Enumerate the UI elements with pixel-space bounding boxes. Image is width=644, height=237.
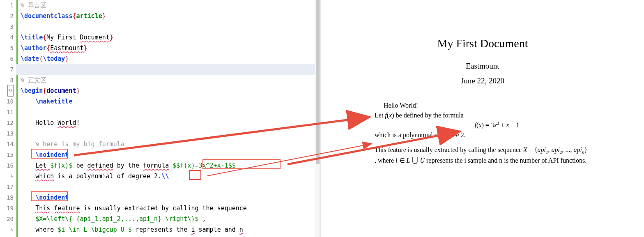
annotation-box-linebreak — [189, 170, 201, 180]
code-line[interactable] — [21, 64, 321, 75]
code-line[interactable]: \documentclass{article} — [21, 11, 321, 21]
code-line[interactable]: $X=\left\{ {api_1,api_2,...,api_n} \righ… — [21, 214, 321, 224]
line-number: 5 — [0, 43, 16, 53]
annotation-box-noindent-2 — [31, 191, 68, 201]
line-number: 9 — [0, 85, 16, 96]
line-number: 18 — [0, 192, 16, 203]
line-number: 17 — [0, 182, 16, 192]
code-line[interactable]: \maketitle — [21, 96, 321, 107]
code-line[interactable] — [21, 128, 321, 139]
doc-date: June 22, 2020 — [334, 76, 632, 85]
annotation-box-displaymath — [202, 159, 281, 169]
wrap-icon: ↳ — [0, 224, 16, 235]
code-line[interactable] — [21, 21, 321, 32]
line-number: 20 — [0, 214, 16, 224]
code-line[interactable]: \title{My First Document} — [21, 32, 321, 43]
code-line[interactable]: Hello World! — [21, 117, 321, 128]
line-number: 14 — [0, 139, 16, 150]
annotation-box-noindent-1 — [31, 149, 68, 159]
line-number: 13 — [0, 128, 16, 139]
line-number: 21 — [0, 235, 16, 237]
code-line[interactable]: \date{\today} — [21, 53, 321, 64]
display-formula: f(x) = 3x2 + x − 1 — [375, 120, 619, 130]
code-line[interactable]: % 正文区 — [21, 75, 321, 85]
code-line[interactable]: where $i \in L \bigcup U $ represents th… — [21, 224, 321, 235]
code-line[interactable]: is the number of API functions. — [21, 235, 321, 237]
doc-title: My First Document — [334, 37, 632, 50]
line-number: 16 — [0, 160, 16, 171]
let-paragraph: Let f(x) be defined by the formula — [375, 111, 619, 120]
code-line[interactable]: \author{Eastmount} — [21, 43, 321, 53]
line-number: 2 — [0, 11, 16, 21]
code-line[interactable]: This feature is usually extracted by cal… — [21, 203, 321, 214]
line-gutter: 1 2 3 4 5 6 7 8 9 10 11 12 13 14 15 16 ↳… — [0, 0, 16, 237]
line-number: 19 — [0, 203, 16, 214]
rendered-document: My First Document Eastmount June 22, 202… — [321, 0, 644, 237]
feature-paragraph: This feature is usually extracted by cal… — [375, 145, 619, 165]
code-line[interactable]: which is a polynomial of degree 2.\\ — [21, 171, 321, 182]
line-number: 12 — [0, 117, 16, 128]
code-line[interactable]: \begin{document} — [21, 85, 321, 96]
line-number: 11 — [0, 107, 16, 117]
doc-author: Eastmount — [334, 62, 632, 71]
poly-paragraph: which is a polynomial of degree 2. — [375, 131, 619, 140]
line-number: 8 — [0, 75, 16, 85]
code-area[interactable]: % 导言区 \documentclass{article} \title{My … — [16, 0, 321, 237]
code-line[interactable]: % here is my big formula — [21, 139, 321, 150]
line-number: 4 — [0, 32, 16, 43]
line-number: 6 — [0, 53, 16, 64]
doc-body: Hello World! Let f(x) be defined by the … — [375, 101, 619, 165]
line-number: 10 — [0, 96, 16, 107]
line-number: 7 — [0, 64, 16, 75]
line-number: 15 — [0, 150, 16, 160]
code-line[interactable]: % 导言区 — [21, 0, 321, 11]
wrap-icon: ↳ — [0, 171, 16, 182]
code-line[interactable] — [21, 107, 321, 117]
hello-paragraph: Hello World! — [375, 101, 619, 110]
code-editor[interactable]: 1 2 3 4 5 6 7 8 9 10 11 12 13 14 15 16 ↳… — [0, 0, 321, 237]
line-number: 3 — [0, 21, 16, 32]
line-number: 1 — [0, 0, 16, 11]
code-line[interactable] — [21, 182, 321, 192]
